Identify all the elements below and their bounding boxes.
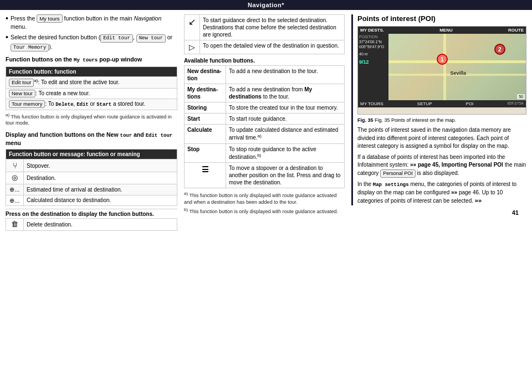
icon-distance: ⊕... [6,195,24,205]
toolbar-route: ROUTE [508,28,524,33]
nav-header: Navigation* [0,0,532,10]
func-table-row-2: New tour: To create a new tour. [6,88,177,99]
label-start: Start [185,114,226,125]
main-content: • Press the My tours function button in … [0,10,532,392]
icon-text-table: ↙ To start guidance direct to the select… [184,14,345,54]
icon-stopover: ⑂ [6,159,24,172]
func-table-row-3: Tour memory: To Delete, Edit or Start a … [6,99,177,110]
func-table-header-row: Function button: function [6,66,177,76]
poi-section: Points of interest (POI) MY DESTS. MENU … [351,14,526,205]
poi-text-3: In the Map settings menu, the categories… [357,180,526,205]
avail-row-start: Start To start route guidance. [185,114,345,125]
icon-row-2: ▷ To open the detailed view of the desti… [185,40,345,54]
bottom-my-tours: MY TOURS [360,101,383,106]
poi-text-2: If a database of points of interest has … [357,153,526,178]
label-calculate: Calculate [185,125,226,143]
func-table-row-1: Edit toura): To edit and store the activ… [6,76,177,88]
func-table2-row-stopover: ⑂ Stopover. [6,159,177,172]
fig-number: Fig. 35 [357,117,374,123]
toolbar-my-dests: MY DESTS. [360,28,384,33]
new-tour-pill: New tour [9,90,35,97]
coord2: 005°59'47.9"O [359,45,387,49]
desc-destination: Destination. [24,172,177,184]
poi-map-image: MY DESTS. MENU ROUTE POSITION 37°24'00.1… [357,26,526,115]
bullet-text-2: Select the desired function button (Edit… [11,33,177,51]
icon-triangle: ▷ [185,40,200,54]
bullet-text-1: Press the My tours function button in th… [11,14,177,31]
desc-start-direct: To start guidance direct to the selected… [200,15,345,40]
coord1: 37°24'00.1"N [359,40,387,44]
speed: 9/12 [359,59,387,65]
map-fig-id: 85F.075A [507,101,524,106]
icon-arrow-dest: ↙ [185,15,200,40]
func-table-cell-1: Edit toura): To edit and store the activ… [6,76,177,88]
desc-stop: To stop route guidance to the active des… [226,143,345,162]
toolbar-menu: MENU [439,28,453,33]
mytours-pill: My tours [37,14,62,23]
func-table2-header-cell: Function button or message: function or … [6,149,177,159]
icon-destination: ◎ [6,172,24,184]
poi-title: Points of interest (POI) [357,14,526,23]
altitude: 40 m [359,52,387,56]
func-table2-row-dist: ⊕... Calculated distance to destination. [6,195,177,205]
desc-storing: To store the created tour in the tour me… [226,102,345,114]
desc-move: To move a stopover or a destination to a… [226,162,345,188]
personal-poi-badge: Personal POI [380,169,416,178]
func-table2-header-row: Function button or message: function or … [6,149,177,159]
double-arrow: »» [475,197,482,204]
func-table-header-cell: Function button: function [6,66,177,76]
label-my-dest: My destina­tions [185,84,226,102]
press-heading: Press on the destination to display the … [6,209,177,217]
desc-eta: Estimated time of arrival at destination… [24,184,177,195]
footnote-a: a) This function button is only displaye… [6,112,177,127]
fig-text: Fig. 35 Points of interest on the map. [375,117,456,123]
desc-new-dest: To add a new destination to the tour. [226,66,345,84]
func-table-cell-2: New tour: To create a new tour. [6,88,177,99]
section1-heading: Function buttons on the My tours pop-up … [6,56,177,64]
avail-row-storing: Storing To store the created tour in the… [185,102,345,114]
map-body-wrapper: POSITION 37°24'00.1"N 005°59'47.9"O 40 m… [358,34,526,100]
poi-text-1: The points of interest saved in the navi… [357,126,526,151]
bottom-poi: POI [466,101,474,106]
func-table2-row-dest: ◎ Destination. [6,172,177,184]
desc-stopover: Stopover. [24,159,177,172]
middle-column: ↙ To start guidance direct to the select… [184,14,345,388]
label-storing: Storing [185,102,226,114]
func-table-1: Function button: function Edit toura): T… [6,66,177,110]
desc-detail-view: To open the detailed view of the destina… [200,40,345,54]
page-number: 41 [351,208,526,217]
fig-caption: Fig. 35 Fig. 35 Points of interest on th… [357,117,526,123]
tour-memory-ref: Tour Memory [11,44,49,52]
map-body: 1 2 Sevilla 50 [388,34,526,100]
road-h1 [388,60,526,63]
edit-tour-pill: Edit tour [9,79,34,86]
desc-start: To start route guidance. [226,114,345,125]
map-toolbar: MY DESTS. MENU ROUTE [358,27,526,34]
avail-row-stop: Stop To stop route guidance to the activ… [185,143,345,162]
footnote-sup-a: a) [34,78,38,83]
icon-row-1: ↙ To start guidance direct to the select… [185,15,345,40]
label-new-dest: New destina­tion [185,66,226,84]
tour-memory-pill: Tour memory [9,100,45,108]
desc-delete: Delete destination. [24,218,177,230]
bullet-item-2: • Select the desired function button (Ed… [6,33,177,51]
desc-my-dest: To add a new destination from My destina… [226,84,345,102]
avail-row-calculate: Calculate To update calculated distance … [185,125,345,143]
avail-row-my-dest: My destina­tions To add a new destinatio… [185,84,345,102]
map-bottom-bar: MY TOURS SETUP POI 85F.075A [358,100,526,107]
new-tour-ref: New tour [136,34,166,43]
func-table-2: Function button or message: function or … [6,149,177,206]
road-v1 [443,34,446,100]
edit-tour-ref: Edit tour [100,34,133,43]
label-stop: Stop [185,143,226,162]
bullet-item-1: • Press the My tours function button in … [6,14,177,31]
map-left-panel: POSITION 37°24'00.1"N 005°59'47.9"O 40 m… [358,34,388,100]
func-table-3: 🗑 Delete destination. [6,218,177,231]
func-table3-row-delete: 🗑 Delete destination. [6,218,177,230]
func-table-cell-3: Tour memory: To Delete, Edit or Start a … [6,99,177,110]
func-table2-row-eta: ⊕... Estimated time of arrival at destin… [6,184,177,195]
left-column: • Press the My tours function button in … [6,14,177,388]
map-marker-2: 2 [494,44,505,55]
icon-eta: ⊕... [6,184,24,195]
icon-hamburger: ☰ [185,162,226,188]
